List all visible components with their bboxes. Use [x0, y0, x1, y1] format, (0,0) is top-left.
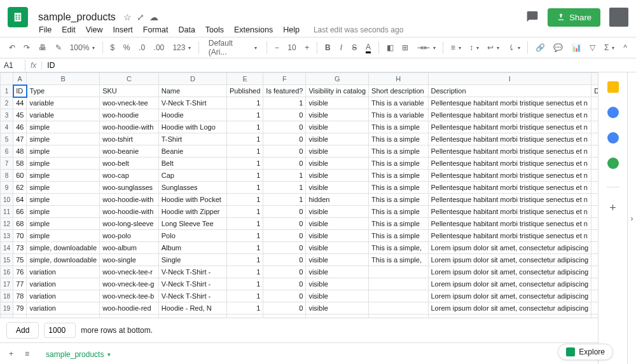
cell[interactable]: Pellentesque habitant morbi tristique se… [428, 206, 591, 218]
cell[interactable]: 75 [13, 254, 27, 266]
cell[interactable]: Lorem ipsum dolor sit amet, consectetur … [428, 302, 591, 314]
cell[interactable]: This is a simple, [369, 254, 428, 266]
cell[interactable]: woo-single [100, 254, 159, 266]
row-header-15[interactable]: 15 [1, 254, 13, 266]
keep-icon[interactable] [607, 81, 619, 93]
cell[interactable]: woo-beanie [100, 145, 159, 158]
cell[interactable]: Pellentesque habitant morbi tristique se… [428, 158, 591, 170]
menu-tools[interactable]: Tools [201, 23, 228, 37]
cell[interactable]: 1 [227, 170, 263, 182]
cell[interactable]: 1 [263, 182, 306, 194]
cell[interactable]: 60 [13, 170, 27, 182]
tasks-icon[interactable] [607, 107, 619, 118]
cell[interactable] [591, 182, 598, 194]
cell[interactable]: woo-belt [100, 158, 159, 170]
cell[interactable]: This is a simple [369, 194, 428, 206]
cell[interactable]: 1 [227, 109, 263, 121]
cell-header[interactable]: Is featured? [263, 85, 306, 97]
italic-button[interactable]: I [336, 41, 347, 55]
cell[interactable]: Hoodie - Red, N [158, 302, 226, 314]
cell[interactable]: 0 [263, 206, 306, 218]
cell[interactable]: Pellentesque habitant morbi tristique se… [428, 145, 591, 158]
menu-edit[interactable]: Edit [57, 23, 80, 37]
cell[interactable]: 0 [263, 290, 306, 302]
cell[interactable] [591, 97, 598, 109]
cell[interactable]: 1 [227, 133, 263, 145]
cell-header[interactable]: Type [27, 85, 100, 97]
cell[interactable]: woo-long-sleeve [100, 218, 159, 230]
row-header-4[interactable]: 4 [1, 121, 13, 133]
cell[interactable] [591, 254, 598, 266]
link-button[interactable]: 🔗 [532, 41, 548, 55]
cell[interactable]: 66 [13, 206, 27, 218]
cell[interactable]: simple [27, 182, 100, 194]
font-select[interactable]: Default (Ari... [203, 36, 263, 60]
cell[interactable] [591, 170, 598, 182]
last-edit-text[interactable]: Last edit was seconds ago [309, 23, 408, 37]
all-sheets-button[interactable]: ≡ [21, 347, 33, 361]
cell[interactable]: 0 [263, 230, 306, 242]
select-all-cell[interactable] [1, 73, 13, 85]
zoom-select[interactable]: 100% [66, 41, 98, 55]
cell[interactable]: 1 [227, 290, 263, 302]
cell[interactable]: 1 [263, 97, 306, 109]
cell[interactable]: 0 [263, 254, 306, 266]
cell[interactable]: woo-hoodie-with [100, 121, 159, 133]
strike-button[interactable]: S [349, 41, 361, 55]
cell[interactable]: woo-album [100, 242, 159, 254]
font-inc-button[interactable]: + [301, 41, 313, 55]
cell-header[interactable]: ID [13, 85, 27, 97]
cell[interactable]: Lorem ipsum dolor sit amet, consectetur … [428, 278, 591, 290]
cell[interactable]: simple [27, 206, 100, 218]
cell[interactable]: 0 [263, 121, 306, 133]
cell[interactable]: This is a simple [369, 182, 428, 194]
cell-header[interactable]: Visibility in catalog [306, 85, 369, 97]
cell-header[interactable]: Name [158, 85, 226, 97]
dec-decimal-button[interactable]: .0 [135, 41, 149, 55]
bold-button[interactable]: B [321, 41, 334, 55]
row-header-7[interactable]: 7 [1, 158, 13, 170]
cell[interactable] [369, 314, 428, 318]
cell[interactable] [591, 278, 598, 290]
cell[interactable]: Pellentesque habitant morbi tristique se… [428, 133, 591, 145]
row-header-11[interactable]: 11 [1, 206, 13, 218]
cell[interactable] [591, 290, 598, 302]
cell[interactable]: V-Neck T-Shirt - [158, 290, 226, 302]
undo-button[interactable]: ↶ [5, 41, 19, 55]
cell[interactable]: visible [306, 278, 369, 290]
cell[interactable]: simple [27, 145, 100, 158]
cell[interactable]: 1 [227, 254, 263, 266]
cell[interactable]: 64 [13, 194, 27, 206]
cell[interactable]: Pellentesque habitant morbi tristique se… [428, 109, 591, 121]
cell[interactable]: 70 [13, 230, 27, 242]
maps-icon[interactable] [607, 158, 619, 169]
cell[interactable]: V-Neck T-Shirt [158, 97, 226, 109]
cell[interactable]: 1 [227, 302, 263, 314]
col-header-D[interactable]: D [158, 73, 226, 85]
row-header-8[interactable]: 8 [1, 170, 13, 182]
row-header-1[interactable]: 1 [1, 85, 13, 97]
cell[interactable] [369, 302, 428, 314]
side-panel-toggle[interactable]: › [627, 72, 636, 364]
menu-insert[interactable]: Insert [109, 23, 137, 37]
col-header-F[interactable]: F [263, 73, 306, 85]
cell[interactable]: visible [306, 218, 369, 230]
add-sheet-button[interactable]: + [5, 347, 17, 361]
cell[interactable]: 79 [13, 302, 27, 314]
cell-header[interactable]: Published [227, 85, 263, 97]
cell[interactable] [591, 206, 598, 218]
cell[interactable]: 0 [263, 278, 306, 290]
cell[interactable]: This is a simple [369, 206, 428, 218]
menu-extensions[interactable]: Extensions [230, 23, 277, 37]
cell[interactable]: variation [27, 314, 100, 318]
explore-button[interactable]: Explore [558, 344, 613, 360]
move-icon[interactable]: ⤢ [137, 12, 144, 22]
cell[interactable]: 1 [263, 170, 306, 182]
menu-help[interactable]: Help [279, 23, 304, 37]
doc-title[interactable]: sample_products [34, 10, 120, 24]
tab-sample-products[interactable]: sample_products ▾ [37, 345, 120, 363]
cell[interactable]: visible [306, 170, 369, 182]
cell[interactable]: Pellentesque habitant morbi tristique se… [428, 121, 591, 133]
cell[interactable]: Lorem ipsum dolor sit amet, consectetur … [428, 266, 591, 278]
cell[interactable]: Pellentesque habitant morbi tristique se… [428, 230, 591, 242]
